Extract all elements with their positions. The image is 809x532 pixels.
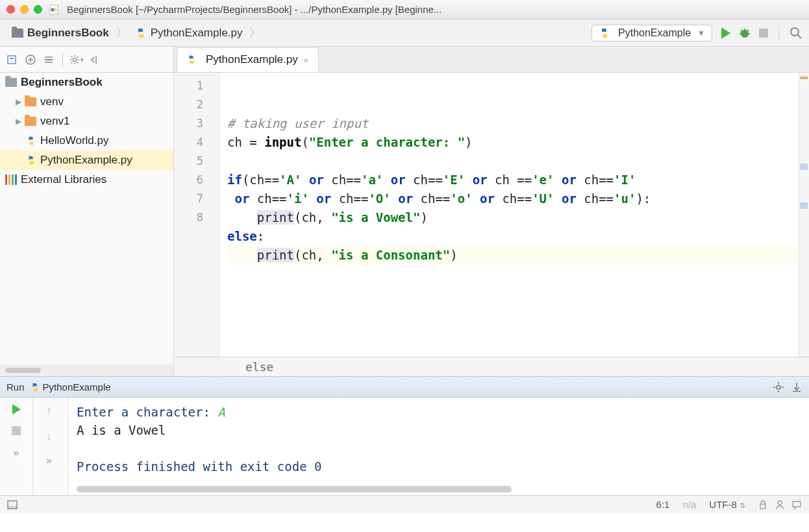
tree-external-label: External Libraries (21, 173, 106, 186)
chevron-right-icon: 〉 (114, 24, 130, 42)
rerun-button[interactable] (12, 404, 21, 415)
separator (778, 25, 779, 41)
svg-point-19 (73, 58, 76, 61)
line-separator[interactable]: n/a (676, 499, 703, 510)
maximize-window-icon[interactable] (34, 5, 42, 14)
close-window-icon[interactable] (6, 5, 15, 14)
feedback-icon[interactable] (791, 499, 803, 511)
svg-line-25 (77, 62, 79, 63)
scroll-from-source-icon[interactable] (5, 53, 19, 67)
search-icon[interactable] (790, 27, 803, 40)
tool-window-toggle-icon[interactable] (6, 499, 18, 511)
close-tab-icon[interactable]: × (303, 54, 309, 66)
tree-item-venv[interactable]: ▶ venv (0, 92, 173, 112)
file-encoding[interactable]: UTF-8 ⇅ (703, 499, 752, 510)
tree-project-label: BeginnersBook (21, 76, 103, 89)
toolbar-actions (721, 25, 803, 41)
sidebar-scrollbar[interactable] (0, 365, 173, 376)
run-config-selector[interactable]: PythonExample ▼ (591, 25, 712, 42)
svg-point-29 (777, 385, 780, 389)
lock-icon[interactable] (757, 499, 769, 511)
editor-error-stripe[interactable] (799, 73, 809, 357)
hide-sidebar-icon[interactable] (88, 53, 102, 67)
python-file-icon (186, 54, 197, 65)
window-titlebar: BeginnersBook [~/PycharmProjects/Beginne… (0, 0, 809, 19)
status-bar: 6:1 n/a UTF-8 ⇅ (0, 495, 809, 513)
python-file-icon (135, 27, 147, 39)
chevron-down-icon: ▼ (697, 29, 705, 38)
expand-arrow-icon[interactable]: ▶ (16, 117, 25, 126)
down-arrow-icon[interactable]: ↓ (46, 429, 52, 443)
project-sidebar: ▾ BeginnersBook ▶ venv ▶ venv1 HelloWorl… (0, 47, 174, 376)
console-output[interactable]: Enter a character: AA is a Vowel Process… (69, 398, 809, 495)
window-title: BeginnersBook [~/PycharmProjects/Beginne… (67, 4, 803, 15)
svg-point-2 (54, 8, 57, 11)
run-header-label: Run (6, 381, 25, 393)
navigation-bar: BeginnersBook 〉 PythonExample.py 〉 Pytho… (0, 19, 809, 47)
editor-tab-pythonexample[interactable]: PythonExample.py × (177, 47, 319, 72)
run-gutter: » ↑ ↓ » (0, 398, 69, 495)
console-scrollbar[interactable] (77, 486, 801, 492)
svg-point-39 (778, 501, 782, 505)
chevron-right-icon: 〉 (247, 24, 263, 42)
breadcrumb-project[interactable]: BeginnersBook (6, 24, 114, 42)
more-actions-icon[interactable]: » (14, 447, 19, 459)
run-config-name: PythonExample (618, 27, 691, 39)
tree-project-root[interactable]: BeginnersBook (0, 73, 173, 92)
folder-icon (25, 117, 36, 126)
python-file-icon (26, 155, 36, 165)
minimize-window-icon[interactable] (20, 5, 29, 14)
tree-external-libraries[interactable]: External Libraries (0, 170, 173, 189)
stop-run-button[interactable] (12, 426, 21, 435)
gear-icon[interactable] (773, 381, 784, 393)
separator (62, 52, 63, 67)
editor: PythonExample.py × 12345678 # taking use… (174, 47, 809, 376)
editor-tab-label: PythonExample.py (206, 53, 298, 66)
run-config-label: PythonExample (43, 381, 111, 393)
code-text[interactable]: # taking user inputch = input("Enter a c… (219, 73, 809, 357)
svg-rect-37 (8, 506, 17, 509)
python-icon (30, 382, 40, 393)
svg-line-8 (747, 30, 749, 31)
tree-item-helloworld[interactable]: HelloWorld.py (0, 131, 173, 151)
gear-icon[interactable]: ▾ (69, 53, 84, 67)
svg-point-9 (791, 28, 799, 36)
tree-item-venv1[interactable]: ▶ venv1 (0, 112, 173, 131)
run-header[interactable]: Run PythonExample (0, 377, 809, 398)
svg-rect-12 (10, 58, 14, 59)
svg-line-27 (77, 56, 79, 57)
svg-line-26 (71, 62, 73, 63)
folder-icon (5, 78, 17, 87)
breadcrumb: BeginnersBook 〉 PythonExample.py 〉 (6, 24, 591, 42)
run-button[interactable] (721, 27, 730, 39)
editor-breadcrumb-item: else (245, 360, 273, 374)
folder-icon (25, 97, 36, 106)
more-actions-icon[interactable]: » (46, 455, 52, 466)
svg-rect-38 (760, 504, 765, 509)
folder-icon (12, 29, 23, 38)
cursor-position[interactable]: 6:1 (650, 499, 677, 510)
run-tool-window: Run PythonExample » ↑ ↓ » Enter a charac… (0, 376, 809, 495)
pycharm-file-icon (49, 5, 59, 15)
breadcrumb-file[interactable]: PythonExample.py (130, 24, 248, 42)
tree-item-label: venv (40, 95, 64, 108)
stop-button[interactable] (759, 29, 768, 38)
tree-item-label: HelloWorld.py (40, 134, 109, 147)
breadcrumb-file-label: PythonExample.py (151, 27, 243, 40)
sidebar-toolbar: ▾ (0, 47, 173, 73)
inspector-icon[interactable] (774, 499, 786, 511)
traffic-lights[interactable] (6, 5, 42, 14)
download-icon[interactable] (791, 381, 803, 393)
debug-button[interactable] (738, 27, 751, 40)
expand-arrow-icon[interactable]: ▶ (16, 97, 25, 106)
collapse-all-icon[interactable] (42, 53, 56, 67)
code-viewport[interactable]: 12345678 # taking user inputch = input("… (174, 73, 809, 357)
project-tree[interactable]: BeginnersBook ▶ venv ▶ venv1 HelloWorld.… (0, 73, 173, 365)
add-icon[interactable] (23, 53, 38, 67)
editor-breadcrumb[interactable]: else (174, 357, 809, 376)
python-icon (599, 27, 610, 39)
up-arrow-icon[interactable]: ↑ (46, 404, 52, 418)
svg-line-7 (741, 30, 742, 31)
libraries-icon (5, 175, 17, 185)
tree-item-pythonexample[interactable]: PythonExample.py (0, 151, 173, 170)
